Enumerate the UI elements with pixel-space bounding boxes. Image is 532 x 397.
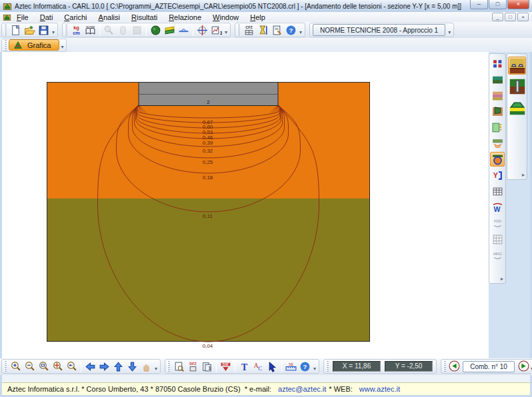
excavation-button[interactable]: [490, 104, 505, 119]
overflow-chevron-icon[interactable]: ▾: [51, 29, 56, 37]
stratigraphy-button[interactable]: [163, 23, 177, 37]
new-document-button[interactable]: [9, 23, 23, 37]
drawing-canvas[interactable]: 20,670,600,530,460,390,320,250,180,110,0…: [2, 52, 530, 358]
window-inner-edge: [2, 375, 530, 382]
overflow-chevron-icon[interactable]: ▾: [223, 29, 229, 37]
combination-readout: Comb. n° 10: [463, 361, 515, 372]
overflow-chevron-icon[interactable]: ▾: [153, 366, 159, 373]
web-link[interactable]: www.aztec.it: [359, 385, 400, 393]
embankment-button[interactable]: [508, 98, 526, 116]
overflow-chevron-icon[interactable]: ▾: [59, 44, 65, 51]
units-kgcm-button[interactable]: kgcm: [69, 23, 83, 37]
soil-profile-button[interactable]: [490, 72, 505, 87]
footing-load-label: 2: [207, 99, 210, 105]
cfz-button[interactable]: CFZ: [242, 23, 256, 37]
norme-book-icon: NORM: [85, 25, 96, 36]
dxf-export-button[interactable]: DXF: [219, 360, 233, 374]
tab-grafica[interactable]: Grafica: [9, 39, 59, 51]
grid-table-button[interactable]: [490, 232, 505, 246]
toolbar-grip[interactable]: [4, 40, 7, 51]
hand-button[interactable]: [139, 360, 153, 374]
overflow-chevron-icon[interactable]: ▾: [298, 29, 303, 37]
terrain-sphere-button[interactable]: [149, 23, 163, 37]
terrain-sphere-icon: [150, 25, 161, 36]
overflow-chevron-icon[interactable]: ▸: [501, 276, 505, 282]
abac-curve-button[interactable]: ABAC: [490, 248, 505, 262]
pointer-button[interactable]: [265, 360, 279, 374]
globe-arrows-button[interactable]: [195, 23, 209, 37]
norme-tecniche-button[interactable]: NORME TECNICHE 2008 - Approccio 1: [313, 24, 445, 36]
pile-section-button[interactable]: [508, 77, 526, 95]
menu-item-dati[interactable]: Dati: [39, 13, 55, 21]
pan-right-button[interactable]: [97, 360, 111, 374]
previous-combination-button[interactable]: [448, 360, 460, 372]
toolbar-grip[interactable]: [4, 25, 7, 35]
chart-plus-button[interactable]: 1: [209, 23, 223, 37]
fdn-curve-button[interactable]: FDN: [490, 216, 505, 230]
help-button[interactable]: ?: [298, 360, 312, 374]
load-arcs-button[interactable]: [490, 136, 505, 151]
pan-down-button[interactable]: [125, 360, 139, 374]
mdi-close-button[interactable]: ×: [517, 13, 529, 21]
toolbar-grip[interactable]: [65, 25, 67, 35]
toolbar-grip[interactable]: [237, 25, 240, 35]
overflow-chevron-icon[interactable]: ▾: [529, 366, 532, 373]
table-button[interactable]: [490, 184, 505, 198]
toolbar-grip[interactable]: [167, 361, 170, 372]
geometry-icon: [103, 25, 115, 36]
menu-item-analisi[interactable]: Analisi: [97, 13, 121, 21]
stress-bulb-button[interactable]: [490, 152, 505, 167]
stratigraphy-layers-button[interactable]: [490, 88, 505, 103]
close-button[interactable]: ×: [507, 0, 529, 9]
zoom-previous-button[interactable]: [65, 360, 79, 374]
stress-contour-plot[interactable]: 20,670,600,530,460,390,320,250,180,110,0…: [47, 82, 370, 351]
mdi-restore-button[interactable]: □: [505, 13, 516, 21]
company-info: Aztec Informatica s.r.l. * Corso Umberto…: [7, 385, 241, 393]
menu-item-help[interactable]: Help: [249, 13, 267, 21]
help-button[interactable]: ?: [284, 23, 298, 37]
next-combination-button[interactable]: [517, 360, 529, 372]
pan-up-button[interactable]: [111, 360, 125, 374]
zoom-extents-button[interactable]: [51, 360, 65, 374]
open-folder-button[interactable]: [23, 23, 37, 37]
maximize-button[interactable]: □: [489, 0, 507, 9]
text-T-button[interactable]: T: [237, 360, 251, 374]
footings-button[interactable]: [508, 57, 526, 75]
toolbar-grip[interactable]: [4, 361, 7, 372]
zoom-window-button[interactable]: [37, 360, 51, 374]
overflow-chevron-icon[interactable]: ▸: [522, 172, 526, 178]
menu-item-risultati[interactable]: Risultati: [130, 13, 159, 21]
email-link[interactable]: aztec@aztec.it: [278, 385, 326, 393]
window-title: Aztec Informatica - CARL 10.0 [ C:\Progr…: [15, 3, 461, 10]
toolbar-grip[interactable]: [326, 361, 329, 372]
dxf-export-icon: DXF: [220, 361, 231, 372]
save-button[interactable]: [37, 23, 51, 37]
menu-item-file[interactable]: File: [15, 13, 30, 21]
minimize-button[interactable]: –: [470, 0, 488, 9]
measure-button[interactable]: SE: [284, 360, 298, 374]
cfz-small-button[interactable]: DFZ: [186, 360, 200, 374]
section-y-button[interactable]: Y: [490, 168, 505, 183]
hourglass-ruler-button[interactable]: [256, 23, 270, 37]
report-button[interactable]: [270, 23, 284, 37]
print-preview-button[interactable]: [172, 360, 186, 374]
zoom-out-button[interactable]: [23, 360, 37, 374]
menu-item-window[interactable]: Window: [211, 13, 240, 21]
font-abc-button[interactable]: AC: [251, 360, 265, 374]
anchor-pile-button[interactable]: [490, 120, 505, 135]
overflow-chevron-icon[interactable]: ▾: [312, 366, 317, 373]
contour-label-0,11: 0,11: [203, 213, 213, 219]
measure-icon: SE: [285, 361, 297, 372]
overflow-chevron-icon[interactable]: ▾: [447, 29, 452, 37]
mdi-minimize-button[interactable]: _: [492, 13, 503, 21]
word-export-button[interactable]: W: [490, 200, 505, 214]
legend-squares-button[interactable]: [490, 56, 505, 71]
toolbar-grip[interactable]: [443, 361, 446, 372]
norme-book-button[interactable]: NORM: [83, 23, 97, 37]
sheet-one-button[interactable]: 1: [200, 360, 214, 374]
menu-item-relazione[interactable]: Relazione: [167, 13, 203, 21]
road-section-button[interactable]: [177, 23, 191, 37]
menu-item-carichi[interactable]: Carichi: [63, 13, 88, 21]
pan-left-button[interactable]: [83, 360, 97, 374]
zoom-in-button[interactable]: [9, 360, 23, 374]
